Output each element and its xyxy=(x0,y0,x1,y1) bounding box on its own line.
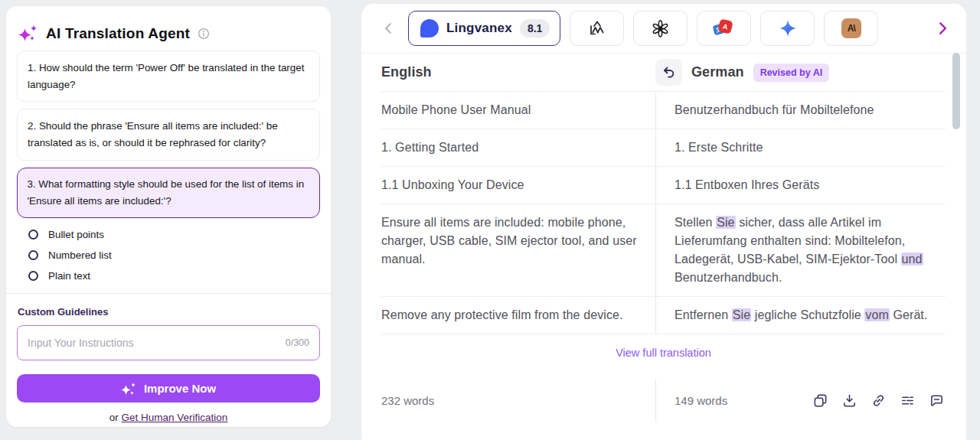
translate-ab-icon: 文 A xyxy=(714,18,734,39)
tab-label: Lingvanex xyxy=(446,21,512,36)
improve-now-button[interactable]: Improve Now xyxy=(17,374,320,403)
sparkle-icon xyxy=(121,381,136,396)
comment-icon[interactable] xyxy=(929,393,945,409)
claude-icon: A\ xyxy=(841,18,861,38)
crowd-translate-icon xyxy=(587,18,607,38)
text-segment: Gerät. xyxy=(890,308,928,321)
view-full-translation-link[interactable]: View full translation xyxy=(381,334,946,368)
gemini-icon xyxy=(779,19,797,37)
improve-now-label: Improve Now xyxy=(144,382,216,395)
text-segment: 1. Erste Schritte xyxy=(675,141,763,154)
ai-translation-agent-panel: AI Translation Agent 1. How should the t… xyxy=(6,6,331,427)
radio-label: Bullet points xyxy=(48,229,104,240)
text-segment: Benutzerhandbuch für Mobiltelefone xyxy=(675,103,874,116)
page-title: AI Translation Agent xyxy=(46,25,190,42)
highlighted-word: Sie xyxy=(732,308,751,321)
or-text: or xyxy=(109,412,119,423)
target-language-label: German xyxy=(691,64,744,80)
translation-table: English German Revised by AI Mobile Phon… xyxy=(361,54,966,422)
info-icon[interactable] xyxy=(198,28,210,40)
radio-numbered-list[interactable]: Numbered list xyxy=(28,249,320,261)
verification-row: or Get Human Verification xyxy=(17,412,320,423)
score-badge: 8.1 xyxy=(520,19,550,37)
radio-label: Plain text xyxy=(48,270,90,282)
openai-icon xyxy=(651,19,670,38)
tab-engine-3[interactable] xyxy=(633,11,688,46)
format-options: Bullet points Numbered list Plain text xyxy=(17,229,320,282)
highlighted-word: Sie xyxy=(716,216,735,229)
table-row: Remove any protective film from the devi… xyxy=(381,297,946,334)
engine-tabs-bar: Lingvanex 8.1 xyxy=(361,4,966,54)
radio-plain-text[interactable]: Plain text xyxy=(28,270,320,282)
source-word-count: 232 words xyxy=(381,394,434,407)
radio-icon[interactable] xyxy=(28,230,38,240)
panel-header: AI Translation Agent xyxy=(17,24,320,44)
table-row: 1.1 Unboxing Your Device1.1 Entboxen Ihr… xyxy=(381,167,946,204)
source-cell: 1.1 Unboxing Your Device xyxy=(381,167,655,204)
divider xyxy=(6,293,331,294)
translation-result-panel: Lingvanex 8.1 xyxy=(361,4,966,440)
target-cell: Stellen Sie sicher, dass alle Artikel im… xyxy=(655,204,946,296)
download-icon[interactable] xyxy=(841,393,858,409)
instructions-input[interactable] xyxy=(28,337,279,349)
undo-button[interactable] xyxy=(655,59,682,86)
highlighted-word: und xyxy=(901,253,923,266)
target-word-count: 149 words xyxy=(675,394,727,407)
tab-engine-5[interactable] xyxy=(760,11,815,46)
target-cell: Entfernen Sie jegliche Schutzfolie vom G… xyxy=(655,297,946,334)
text-segment: Stellen xyxy=(675,216,716,229)
table-row: Ensure all items are included: mobile ph… xyxy=(381,204,946,297)
columns-header: English German Revised by AI xyxy=(381,54,946,92)
source-cell: Remove any protective film from the devi… xyxy=(381,297,655,334)
radio-icon[interactable] xyxy=(28,271,38,281)
custom-guidelines-field[interactable]: 0/300 xyxy=(17,325,320,360)
radio-label: Numbered list xyxy=(48,249,112,261)
link-icon[interactable] xyxy=(871,393,887,409)
target-language-header: German Revised by AI xyxy=(655,59,946,86)
question-card-2[interactable]: 2. Should the phrase 'Ensure all items a… xyxy=(17,109,320,160)
target-cell: 1. Erste Schritte xyxy=(655,129,946,166)
get-human-verification-link[interactable]: Get Human Verification xyxy=(121,412,227,423)
radio-icon[interactable] xyxy=(28,250,38,260)
translate-target-chip: A xyxy=(718,18,733,34)
translation-rows: Mobile Phone User ManualBenutzerhandbuch… xyxy=(381,92,946,334)
table-footer: 232 words 149 words xyxy=(381,379,946,422)
question-card-1[interactable]: 1. How should the term 'Power Off' be tr… xyxy=(17,51,320,102)
footer-actions xyxy=(812,393,946,409)
lingvanex-drop-icon xyxy=(420,19,439,37)
tab-engine-6[interactable]: A\ xyxy=(824,11,878,46)
source-cell: Mobile Phone User Manual xyxy=(381,92,655,129)
target-cell: 1.1 Entboxen Ihres Geräts xyxy=(655,167,946,204)
text-segment: Benutzerhandbuch. xyxy=(675,271,782,284)
question-card-3[interactable]: 3. What formatting style should be used … xyxy=(17,168,320,218)
source-cell: Ensure all items are included: mobile ph… xyxy=(381,204,655,296)
text-segment: 1.1 Entboxen Ihres Geräts xyxy=(675,178,819,191)
tab-engine-2[interactable] xyxy=(570,11,624,46)
chevron-right-icon[interactable] xyxy=(933,18,952,38)
engine-tabs: Lingvanex 8.1 xyxy=(408,11,923,46)
text-segment: Entfernen xyxy=(675,308,732,321)
copy-icon[interactable] xyxy=(812,393,828,409)
chevron-left-icon[interactable] xyxy=(380,19,398,37)
sparkles-icon xyxy=(18,24,38,44)
dashed-lines-icon[interactable] xyxy=(900,393,916,409)
source-language-header: English xyxy=(381,64,655,80)
radio-bullet-points[interactable]: Bullet points xyxy=(28,229,320,240)
table-row: Mobile Phone User ManualBenutzerhandbuch… xyxy=(381,92,946,129)
tab-engine-4[interactable]: 文 A xyxy=(697,11,751,46)
table-row: 1. Getting Started1. Erste Schritte xyxy=(381,129,946,167)
target-cell: Benutzerhandbuch für Mobiltelefone xyxy=(655,92,946,129)
source-cell: 1. Getting Started xyxy=(381,129,655,166)
revised-by-ai-badge: Revised by AI xyxy=(753,64,830,82)
text-segment: jegliche Schutzfolie xyxy=(751,308,864,321)
scrollbar-thumb[interactable] xyxy=(952,53,960,129)
tab-lingvanex[interactable]: Lingvanex 8.1 xyxy=(408,11,560,46)
char-counter: 0/300 xyxy=(286,337,309,348)
custom-guidelines-label: Custom Guidelines xyxy=(17,306,320,318)
highlighted-word: vom xyxy=(864,308,890,321)
